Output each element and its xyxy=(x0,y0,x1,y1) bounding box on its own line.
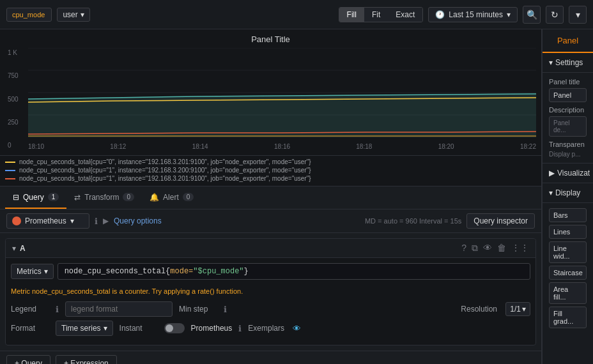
format-row: Format Time series ▾ Instant Prometheus … xyxy=(11,321,530,336)
query-block-a: ▾ A ? ⧉ 👁 🗑 ⋮⋮ Metrics ▾ xyxy=(5,238,536,345)
query-prefix: node_cpu_seconds_total{ xyxy=(65,267,171,276)
resolution-value: 1/1 xyxy=(510,305,521,314)
x-1820: 18:20 xyxy=(438,143,454,150)
x-1822: 18:22 xyxy=(520,143,536,150)
query-input[interactable]: node_cpu_seconds_total{mode="$cpu_mode"} xyxy=(58,263,530,280)
tab-query[interactable]: ⊟ Query 1 xyxy=(5,186,66,209)
panel-title-label: Panel title xyxy=(549,78,587,86)
description-value[interactable]: Panel de... xyxy=(549,116,587,137)
query-inspector-button[interactable]: Query inspector xyxy=(466,213,535,229)
visualize-section-header[interactable]: ▶ Visualizat xyxy=(543,163,593,183)
query-block-header: ▾ A ? ⧉ 👁 🗑 ⋮⋮ xyxy=(6,239,535,258)
datasource-name: Prometheus xyxy=(25,216,66,225)
datasource-select[interactable]: Prometheus ▾ xyxy=(6,213,89,229)
right-panel: Panel ▾ Settings Panel title Panel Descr… xyxy=(542,29,593,364)
refresh-button[interactable]: ↻ xyxy=(546,6,564,24)
eye-icon[interactable]: 👁 xyxy=(483,243,492,254)
help-icon[interactable]: ? xyxy=(461,243,466,254)
refresh-icon: ↻ xyxy=(551,10,558,20)
chevron-right-icon: ▶ xyxy=(549,169,555,178)
min-step-info-icon[interactable]: ℹ xyxy=(224,305,227,314)
fill-button[interactable]: Fill xyxy=(339,8,364,22)
chart-svg xyxy=(28,48,536,137)
query-block-body: Metrics ▾ node_cpu_seconds_total{mode="$… xyxy=(6,258,535,345)
clock-icon: 🕐 xyxy=(435,10,445,19)
y-500: 500 xyxy=(8,96,26,103)
metrics-dropdown[interactable]: Metrics ▾ xyxy=(11,264,54,279)
user-dropdown[interactable]: user ▾ xyxy=(57,8,89,22)
settings-section-header[interactable]: ▾ Settings xyxy=(543,53,593,73)
chevron-down-icon: ▾ xyxy=(507,10,511,19)
y-750: 750 xyxy=(8,72,26,79)
instant-toggle[interactable] xyxy=(164,323,185,333)
exemplars-eye-icon[interactable]: 👁 xyxy=(293,324,301,333)
user-dropdown-label: user xyxy=(63,10,77,19)
add-query-button[interactable]: + Query xyxy=(6,355,50,364)
datasource-info-icon[interactable]: ℹ xyxy=(95,216,98,226)
staircase-item[interactable]: Staircase xyxy=(549,266,587,280)
add-expression-button[interactable]: + Expression xyxy=(56,355,117,364)
collapse-icon[interactable]: ▾ xyxy=(12,244,16,253)
display-p-label: Display p... xyxy=(549,151,587,158)
legend-item-3: node_cpu_seconds_total{cpu="1", instance… xyxy=(5,175,536,182)
lines-item[interactable]: Lines xyxy=(549,225,587,239)
fit-button[interactable]: Fit xyxy=(364,8,388,22)
query-block-label: A xyxy=(20,244,26,253)
time-range-picker[interactable]: 🕐 Last 15 minutes ▾ xyxy=(428,7,518,22)
warning-message: Metric node_cpu_seconds_total is a count… xyxy=(11,285,530,298)
prometheus-info-icon[interactable]: ℹ xyxy=(238,324,242,333)
display-content: Bars Lines Line wid... Staircase Area fi… xyxy=(543,203,593,336)
alert-count-badge: 0 xyxy=(183,193,194,201)
top-bar: cpu_mode user ▾ Fill Fit Exact 🕐 Last 15… xyxy=(0,0,593,29)
legend-text-3: node_cpu_seconds_total{cpu="1", instance… xyxy=(19,175,311,182)
resolution-label: Resolution xyxy=(461,305,499,314)
drag-icon[interactable]: ⋮⋮ xyxy=(511,243,529,254)
query-options-link[interactable]: Query options xyxy=(114,216,162,225)
more-icon: ▾ xyxy=(576,10,580,20)
tab-alert[interactable]: 🔔 Alert 0 xyxy=(142,186,201,209)
query-suffix: } xyxy=(244,267,249,276)
chevron-down-icon: ▾ xyxy=(70,216,74,225)
legend-color-3 xyxy=(5,178,15,179)
chevron-down-icon: ▾ xyxy=(44,267,48,276)
tab-transform[interactable]: ⇄ Transform 0 xyxy=(66,186,142,209)
panel-area: Panel Title 1 K 750 500 250 0 xyxy=(0,29,542,364)
instant-label: Instant xyxy=(119,324,158,333)
exact-button[interactable]: Exact xyxy=(388,8,422,22)
chevron-down-icon: ▾ xyxy=(522,305,526,314)
display-section-header[interactable]: ▾ Display xyxy=(543,183,593,203)
format-select[interactable]: Time series ▾ xyxy=(56,321,113,336)
more-button[interactable]: ▾ xyxy=(569,6,587,24)
display-section-label: Display xyxy=(555,188,580,197)
prometheus-text: Prometheus xyxy=(191,324,233,333)
copy-icon[interactable]: ⧉ xyxy=(472,243,478,254)
prometheus-icon xyxy=(12,216,21,225)
main-content: Panel Title 1 K 750 500 250 0 xyxy=(0,29,593,364)
resolution-select[interactable]: 1/1 ▾ xyxy=(505,302,530,316)
settings-label: Settings xyxy=(555,58,583,67)
panel-tab[interactable]: Panel xyxy=(543,29,593,53)
line-width-item[interactable]: Line wid... xyxy=(549,241,587,263)
legend-info-icon[interactable]: ℹ xyxy=(56,305,59,314)
query-icon: ⊟ xyxy=(13,193,19,202)
panel-title-value[interactable]: Panel xyxy=(549,88,587,102)
chevron-down-icon: ▾ xyxy=(81,10,84,19)
legend-text-2: node_cpu_seconds_total{cpu="1", instance… xyxy=(19,167,311,174)
tabs-bar: ⊟ Query 1 ⇄ Transform 0 🔔 Alert 0 xyxy=(0,186,541,209)
delete-icon[interactable]: 🗑 xyxy=(497,243,506,254)
cpu-mode-label: cpu_mode xyxy=(12,11,45,19)
zoom-out-button[interactable]: 🔍 xyxy=(523,6,541,24)
zoom-btn-group: Fill Fit Exact xyxy=(339,7,424,22)
datasource-bar: Prometheus ▾ ℹ ▶ Query options MD = auto… xyxy=(0,209,541,233)
legend-input[interactable] xyxy=(65,301,173,317)
cpu-mode-tag: cpu_mode xyxy=(6,8,52,22)
transform-tab-label: Transform xyxy=(84,193,119,202)
visualize-label: Visualizat xyxy=(557,169,590,178)
area-fill-item[interactable]: Area fill... xyxy=(549,282,587,304)
chart-section: Panel Title 1 K 750 500 250 0 xyxy=(0,29,541,156)
zoom-icon: 🔍 xyxy=(527,10,537,20)
chevron-down-icon: ▾ xyxy=(549,58,553,67)
alert-tab-label: Alert xyxy=(163,193,179,202)
fill-grad-item[interactable]: Fill grad... xyxy=(549,307,587,328)
bars-item[interactable]: Bars xyxy=(549,208,587,222)
